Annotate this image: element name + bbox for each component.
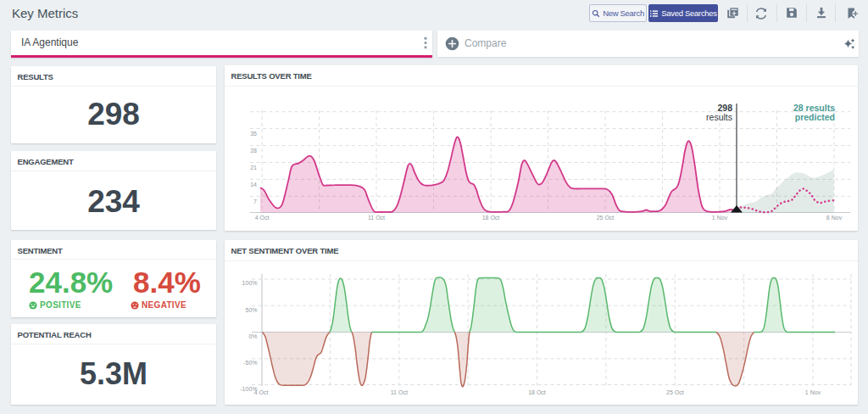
svg-text:7: 7 [253, 199, 257, 204]
svg-text:1 Nov: 1 Nov [712, 215, 728, 221]
svg-text:results: results [706, 112, 732, 122]
svg-text:28: 28 [250, 148, 257, 154]
svg-text:18 Oct: 18 Oct [482, 215, 500, 221]
svg-text:11 Oct: 11 Oct [368, 215, 385, 221]
svg-text:298: 298 [717, 103, 732, 113]
svg-text:25 Oct: 25 Oct [597, 215, 615, 221]
svg-text:predicted: predicted [795, 112, 835, 122]
svg-text:-50%: -50% [243, 360, 257, 366]
svg-text:0%: 0% [248, 333, 257, 339]
svg-text:50%: 50% [245, 307, 257, 313]
svg-text:100%: 100% [242, 280, 258, 286]
svg-text:1 Nov: 1 Nov [805, 389, 821, 395]
svg-text:18 Oct: 18 Oct [528, 389, 546, 395]
svg-text:21: 21 [250, 165, 257, 171]
svg-text:35: 35 [250, 131, 257, 137]
svg-text:25 Oct: 25 Oct [666, 389, 684, 395]
svg-text:4 Oct: 4 Oct [255, 215, 270, 221]
svg-text:8 Nov: 8 Nov [826, 215, 843, 221]
svg-text:14: 14 [250, 182, 257, 187]
svg-text:11 Oct: 11 Oct [391, 389, 408, 395]
svg-text:4 Oct: 4 Oct [254, 389, 269, 395]
svg-text:28 results: 28 results [793, 103, 835, 113]
